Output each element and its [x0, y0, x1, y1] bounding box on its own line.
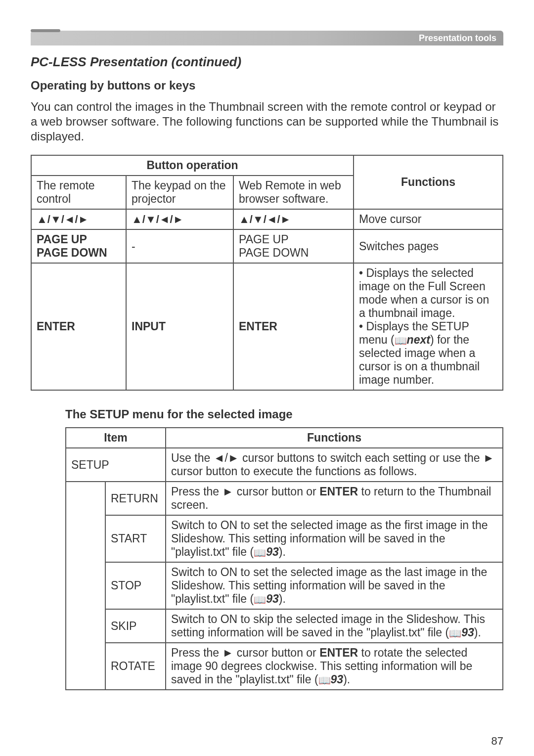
header-bar: Presentation tools: [31, 31, 503, 45]
table-row: SKIP Switch to ON to skip the selected i…: [66, 609, 503, 643]
book-icon: 📖: [395, 335, 407, 346]
table-row: Button operation Functions: [31, 155, 503, 176]
setup-menu-table: Item Functions SETUP Use the ◄/► cursor …: [65, 427, 503, 690]
label: PAGE DOWN: [37, 246, 107, 259]
book-icon: 📖: [449, 628, 461, 639]
empty-indent-cell: [66, 482, 105, 690]
arrows-keypad: ▲/▼/◄/►: [126, 209, 233, 229]
ref-93: 93: [266, 545, 279, 558]
text: ).: [343, 673, 350, 686]
text-bold: ENTER: [319, 485, 358, 498]
input-keypad: INPUT: [126, 263, 233, 390]
item-start: START: [105, 515, 166, 562]
table-row: STOP Switch to ON to set the selected im…: [66, 562, 503, 609]
text: Press the ► cursor button or: [171, 485, 319, 498]
table-row: RETURN Press the ► cursor button or ENTE…: [66, 482, 503, 515]
desc-return: Press the ► cursor button or ENTER to re…: [166, 482, 503, 515]
text: ).: [474, 626, 481, 639]
header-bar-label: Presentation tools: [419, 31, 496, 45]
subheading-operating: Operating by buttons or keys: [31, 79, 503, 92]
ref-93: 93: [266, 592, 279, 605]
text: ).: [279, 545, 286, 558]
desc-rotate: Press the ► cursor button or ENTER to ro…: [166, 643, 503, 690]
ref-next: next: [407, 333, 430, 346]
subheading-setup-menu: The SETUP menu for the selected image: [65, 407, 503, 421]
label: PAGE UP: [37, 233, 87, 246]
text: Press the ► cursor button or: [171, 646, 319, 659]
text: Switch to ON to set the selected image a…: [171, 566, 487, 605]
button-operation-table: Button operation Functions The remote co…: [31, 155, 503, 391]
table-row: ▲/▼/◄/► ▲/▼/◄/► ▲/▼/◄/► Move cursor: [31, 209, 503, 229]
col-keypad: The keypad on the projector: [126, 176, 233, 209]
func-header: Functions: [166, 428, 503, 448]
functions-header: Functions: [354, 155, 503, 209]
table-row: START Switch to ON to set the selected i…: [66, 515, 503, 562]
pageupdown-remote: PAGE UP PAGE DOWN: [31, 229, 126, 263]
ref-93: 93: [461, 626, 474, 639]
text: Switch to ON to skip the selected image …: [171, 613, 485, 639]
table-row: Item Functions: [66, 428, 503, 448]
table-row: ROTATE Press the ► cursor button or ENTE…: [66, 643, 503, 690]
label: PAGE DOWN: [239, 246, 309, 259]
item-stop: STOP: [105, 562, 166, 609]
item-skip: SKIP: [105, 609, 166, 643]
desc-skip: Switch to ON to skip the selected image …: [166, 609, 503, 643]
arrows-web: ▲/▼/◄/►: [233, 209, 354, 229]
label: PAGE UP: [239, 233, 289, 246]
table-row: ENTER INPUT ENTER • Displays the selecte…: [31, 263, 503, 390]
col-web: Web Remote in web browser software.: [233, 176, 354, 209]
table-row: PAGE UP PAGE DOWN - PAGE UP PAGE DOWN Sw…: [31, 229, 503, 263]
section-title: PC-LESS Presentation (continued): [31, 54, 503, 70]
item-setup: SETUP: [66, 448, 166, 482]
arrows-remote: ▲/▼/◄/►: [31, 209, 126, 229]
page-number: 87: [31, 735, 503, 748]
enter-web: ENTER: [233, 263, 354, 390]
desc-stop: Switch to ON to set the selected image a…: [166, 562, 503, 609]
button-op-header: Button operation: [31, 155, 354, 176]
text: • Displays the selected image on the Ful…: [359, 267, 489, 319]
func-switchpages: Switches pages: [354, 229, 503, 263]
text: ).: [279, 592, 286, 605]
enter-remote: ENTER: [31, 263, 126, 390]
desc-setup: Use the ◄/► cursor buttons to switch eac…: [166, 448, 503, 482]
item-header: Item: [66, 428, 166, 448]
pageupdown-keypad: -: [126, 229, 233, 263]
pageupdown-web: PAGE UP PAGE DOWN: [233, 229, 354, 263]
book-icon: 📖: [254, 547, 266, 558]
table-row: SETUP Use the ◄/► cursor buttons to swit…: [66, 448, 503, 482]
func-enter: • Displays the selected image on the Ful…: [354, 263, 503, 390]
intro-paragraph: You can control the images in the Thumbn…: [31, 99, 503, 144]
func-movecursor: Move cursor: [354, 209, 503, 229]
text-bold: ENTER: [319, 646, 358, 659]
page-root: Presentation tools PC-LESS Presentation …: [0, 0, 534, 756]
item-rotate: ROTATE: [105, 643, 166, 690]
desc-start: Switch to ON to set the selected image a…: [166, 515, 503, 562]
book-icon: 📖: [254, 594, 266, 605]
text: Switch to ON to set the selected image a…: [171, 519, 488, 558]
book-icon: 📖: [318, 675, 331, 686]
col-remote: The remote control: [31, 176, 126, 209]
ref-93: 93: [331, 673, 344, 686]
item-return: RETURN: [105, 482, 166, 515]
